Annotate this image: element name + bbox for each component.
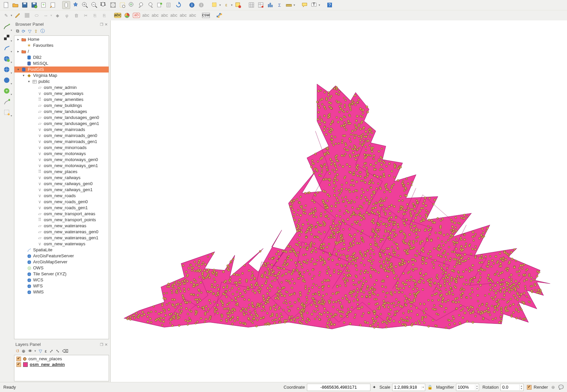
map-tips-button[interactable] — [301, 1, 309, 9]
edits-button[interactable]: ✎ — [2, 11, 10, 19]
add-layer-icon[interactable]: ⧉ — [16, 28, 19, 34]
python-console-button[interactable] — [215, 11, 223, 19]
save-project-button[interactable] — [21, 1, 29, 9]
remove-icon[interactable]: ⌫ — [62, 349, 68, 354]
filter-legend-icon[interactable]: ▽ — [39, 349, 42, 354]
render-checkbox[interactable] — [527, 385, 532, 390]
dropdown-icon[interactable]: ▾ — [219, 3, 221, 7]
tree-item[interactable]: MSSQL — [14, 60, 109, 67]
filter-icon[interactable]: ▽ — [28, 29, 31, 34]
tree-item[interactable]: ▾PostGIS — [14, 67, 109, 73]
properties-icon[interactable]: ⓘ — [40, 28, 45, 34]
new-bookmark-button[interactable] — [156, 1, 164, 9]
expand-icon[interactable]: ⤢ — [49, 349, 53, 354]
tree-item[interactable]: ▱osm_new_buildings — [14, 103, 109, 109]
stats-button[interactable] — [266, 1, 274, 9]
expr-icon[interactable]: ε — [45, 349, 47, 354]
panel-close-icon[interactable]: ✕ — [105, 343, 108, 347]
layer-row[interactable]: osm_new_places — [14, 356, 109, 362]
open-project-button[interactable] — [11, 1, 19, 9]
sigma-button[interactable]: Σ — [275, 1, 284, 9]
zoom-next-button[interactable] — [146, 1, 154, 9]
tree-item[interactable]: ∨osm_new_motorways_gen0 — [14, 157, 109, 163]
zoom-full-button[interactable] — [109, 1, 117, 9]
layer-visibility-checkbox[interactable] — [16, 362, 21, 367]
show-bookmarks-button[interactable] — [165, 1, 173, 9]
select-expression-button[interactable]: ε — [222, 1, 230, 9]
add-vector-button[interactable]: ▾ — [2, 22, 11, 31]
tree-item[interactable]: ⠿osm_new_amenities — [14, 97, 109, 103]
zoom-last-button[interactable] — [137, 1, 145, 9]
tree-item[interactable]: ▸/ — [14, 48, 109, 54]
visibility-icon[interactable]: 👁 — [28, 349, 32, 354]
refresh-icon[interactable]: ⟳ — [22, 29, 25, 34]
zoom-selection-button[interactable] — [118, 1, 126, 9]
tree-item[interactable]: ▱osm_new_landusages — [14, 109, 109, 115]
tree-item[interactable]: WCS — [14, 277, 109, 283]
tree-item[interactable]: ▸Home — [14, 36, 109, 42]
style-icon[interactable]: ଓ — [16, 348, 19, 354]
tree-item[interactable]: WMS — [14, 289, 109, 295]
tree-item[interactable]: ArcGisMapServer — [14, 259, 109, 265]
map-canvas[interactable] — [110, 20, 567, 382]
tree-item[interactable]: ∨osm_new_minorroads — [14, 145, 109, 151]
tree-item[interactable]: ∨osm_new_roads_gen1 — [14, 205, 109, 211]
panel-close-icon[interactable]: ✕ — [105, 22, 108, 26]
tree-item[interactable]: Tile Server (XYZ) — [14, 271, 109, 277]
tree-item[interactable]: ∨osm_new_motorways_gen1 — [14, 163, 109, 169]
add-virtual-button[interactable]: ▾ — [2, 108, 11, 117]
add-wms-button[interactable]: ▾ — [2, 65, 11, 74]
tree-item[interactable]: ▱osm_new_waterareas — [14, 223, 109, 229]
tree-item[interactable]: ⠿osm_new_places — [14, 169, 109, 175]
new-composer-button[interactable]: + — [39, 1, 47, 9]
add-wfs-button[interactable]: ▾ — [2, 54, 11, 63]
zoom-in-button[interactable] — [81, 1, 89, 9]
pan-map-button[interactable] — [62, 1, 70, 9]
pan-to-selection-button[interactable] — [72, 1, 80, 9]
browser-tree[interactable]: ▸Home★Favourites▸/DB2MSSQL▾PostGIS▾◆Virg… — [14, 35, 109, 339]
tree-item[interactable]: ▱osm_new_waterareas_gen0 — [14, 229, 109, 235]
identify-button[interactable]: i — [188, 1, 196, 9]
tree-item[interactable]: ▾public — [14, 79, 109, 85]
tree-item[interactable]: ∨osm_new_aeroways — [14, 91, 109, 97]
tree-item[interactable]: ArcGisFeatureServer — [14, 253, 109, 259]
refresh-button[interactable] — [175, 1, 183, 9]
tree-item[interactable]: ∨osm_new_mainroads_gen1 — [14, 139, 109, 145]
tree-item[interactable]: ∨osm_new_railways — [14, 175, 109, 181]
select-features-button[interactable] — [211, 1, 219, 9]
tree-item[interactable]: ▱osm_new_transport_areas — [14, 211, 109, 217]
tree-item[interactable]: ∨osm_new_motorways — [14, 151, 109, 157]
layers-list[interactable]: osm_new_places osm_new_admin — [14, 355, 109, 381]
tree-item[interactable]: ∨osm_new_waterways — [14, 241, 109, 247]
add-wcs-button[interactable]: ▾ — [2, 76, 11, 85]
tree-item[interactable]: ★Favourites — [14, 42, 109, 48]
tree-item[interactable]: ∨osm_new_mainroads_gen0 — [14, 133, 109, 139]
help-button[interactable]: ? — [326, 1, 334, 9]
zoom-out-button[interactable] — [90, 1, 98, 9]
tree-item[interactable]: ▱osm_new_landusages_gen0 — [14, 115, 109, 121]
tree-item[interactable]: ▾◆Virginia Map — [14, 73, 109, 79]
composer-manager-button[interactable] — [49, 1, 57, 9]
tree-item[interactable]: ▱osm_new_admin — [14, 85, 109, 91]
new-project-button[interactable] — [2, 1, 10, 9]
layer-row[interactable]: osm_new_admin — [14, 362, 109, 367]
tree-item[interactable]: ◎OWS — [14, 265, 109, 271]
add-raster-button[interactable]: ▾ — [2, 33, 11, 42]
add-spatialite-button[interactable]: ▾ — [2, 44, 11, 52]
field-calc-button[interactable] — [257, 1, 265, 9]
layer-visibility-checkbox[interactable] — [16, 357, 21, 361]
tree-item[interactable]: SpatiaLite — [14, 247, 109, 253]
label-highlight-button[interactable]: ab — [132, 11, 140, 19]
tree-item[interactable]: ∨osm_new_railways_gen1 — [14, 187, 109, 193]
tree-item[interactable]: ▱osm_new_landusages_gen1 — [14, 121, 109, 127]
panel-undock-icon[interactable]: ❐ — [100, 22, 103, 26]
panel-undock-icon[interactable]: ❐ — [100, 343, 103, 347]
zoom-native-button[interactable]: 1:1 — [100, 1, 108, 9]
tree-item[interactable]: ∨osm_new_mainroads — [14, 127, 109, 133]
collapse-icon[interactable]: ⇪ — [34, 29, 38, 34]
tree-item[interactable]: WFS — [14, 283, 109, 289]
add-delimited-button[interactable]: +▾ — [2, 87, 11, 95]
tree-item[interactable]: ∨osm_new_roads_gen0 — [14, 199, 109, 205]
toggle-edit-button[interactable] — [14, 11, 22, 19]
tree-item[interactable]: ▱osm_new_waterareas_gen1 — [14, 235, 109, 241]
